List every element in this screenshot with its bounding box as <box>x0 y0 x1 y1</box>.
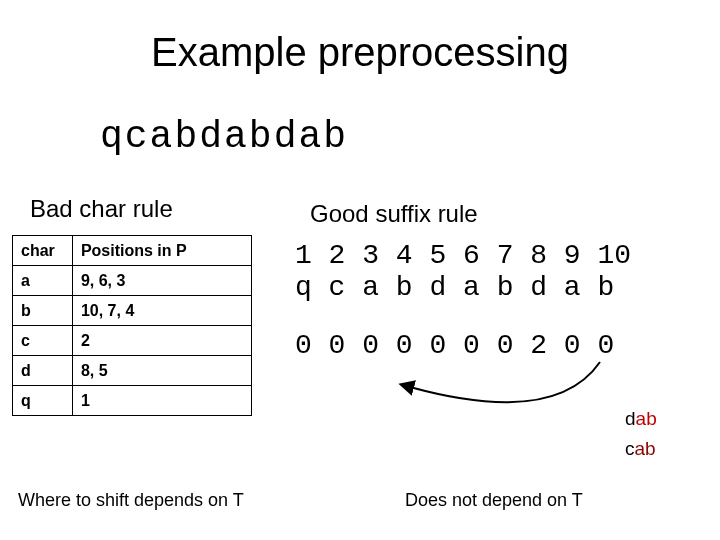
cell-positions: 9, 6, 3 <box>72 266 251 296</box>
table-row: q 1 <box>13 386 252 416</box>
suffix-label-cab: cab <box>625 438 656 460</box>
pattern-string: qcabdabdab <box>100 115 348 158</box>
th-char: char <box>13 236 73 266</box>
good-suffix-rule-header: Good suffix rule <box>310 200 478 228</box>
suffix-prefix: c <box>625 438 635 459</box>
cell-positions: 10, 7, 4 <box>72 296 251 326</box>
cell-positions: 8, 5 <box>72 356 251 386</box>
table-row: c 2 <box>13 326 252 356</box>
good-suffix-indices: 1 2 3 4 5 6 7 8 9 10 <box>295 240 631 271</box>
cell-char: c <box>13 326 73 356</box>
table-row: d 8, 5 <box>13 356 252 386</box>
th-positions: Positions in P <box>72 236 251 266</box>
arrow-icon <box>395 352 625 432</box>
cell-positions: 2 <box>72 326 251 356</box>
slide-title: Example preprocessing <box>0 30 720 75</box>
cell-char: a <box>13 266 73 296</box>
cell-positions: 1 <box>72 386 251 416</box>
bad-char-rule-header: Bad char rule <box>30 195 173 223</box>
good-suffix-pattern: q c a b d a b d a b <box>295 272 614 303</box>
table-row: char Positions in P <box>13 236 252 266</box>
suffix-prefix: d <box>625 408 636 429</box>
suffix-highlight: ab <box>635 438 656 459</box>
caption-bad-char: Where to shift depends on T <box>18 490 244 511</box>
table-row: a 9, 6, 3 <box>13 266 252 296</box>
cell-char: q <box>13 386 73 416</box>
cell-char: b <box>13 296 73 326</box>
table-row: b 10, 7, 4 <box>13 296 252 326</box>
good-suffix-values: 0 0 0 0 0 0 0 2 0 0 <box>295 330 614 361</box>
suffix-highlight: ab <box>636 408 657 429</box>
suffix-label-dab: dab <box>625 408 657 430</box>
caption-good-suffix: Does not depend on T <box>405 490 583 511</box>
cell-char: d <box>13 356 73 386</box>
bad-char-table: char Positions in P a 9, 6, 3 b 10, 7, 4… <box>12 235 252 416</box>
